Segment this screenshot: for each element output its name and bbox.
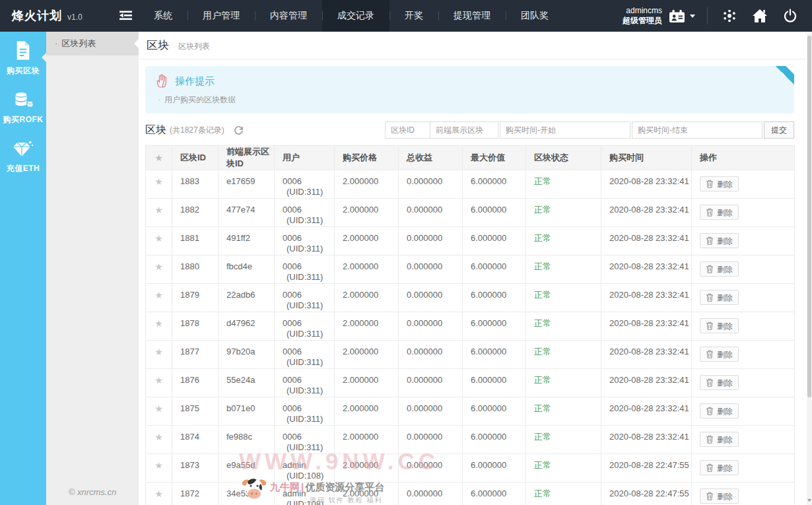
- sidebar-item-label: 购买ROFK: [3, 115, 44, 124]
- buy-time-end-input[interactable]: [632, 121, 762, 139]
- delete-button[interactable]: 删除: [700, 261, 739, 277]
- tip-box: 操作提示 ·用户购买的区块数据: [145, 66, 794, 114]
- sidebar-item-recharge-eth[interactable]: 充值ETH: [0, 131, 46, 180]
- cell-time: 2020-08-28 23:32:41: [601, 397, 692, 426]
- nav-item[interactable]: 系统: [139, 0, 187, 32]
- star-icon[interactable]: ★: [154, 488, 163, 499]
- cell-time: 2020-08-28 23:32:41: [601, 199, 692, 227]
- cell-user: 0006 (UID:311): [275, 426, 335, 454]
- delete-button[interactable]: 删除: [700, 205, 739, 220]
- cell-time: 2020-08-28 23:32:41: [601, 426, 692, 454]
- cell-max: 6.000000: [463, 341, 526, 369]
- star-icon[interactable]: ★: [154, 176, 163, 187]
- delete-button[interactable]: 删除: [700, 233, 739, 248]
- star-icon[interactable]: ★: [154, 432, 163, 442]
- delete-button[interactable]: 删除: [700, 290, 739, 305]
- nav-item[interactable]: 提现管理: [438, 0, 506, 32]
- star-icon[interactable]: ★: [154, 347, 163, 357]
- star-icon[interactable]: ★: [154, 318, 163, 329]
- table-row: ★ 1872 34e53a admin (UID:108) 2.000000 0…: [146, 483, 795, 505]
- cell-star: ★: [146, 483, 172, 505]
- delete-button[interactable]: 删除: [700, 375, 739, 390]
- cell-max: 6.000000: [463, 397, 526, 426]
- nav-item[interactable]: 团队奖: [506, 0, 564, 32]
- status-badge: 正常: [534, 347, 551, 356]
- display-block-input[interactable]: [430, 121, 498, 139]
- star-icon[interactable]: ★: [154, 290, 163, 300]
- nav-item[interactable]: 内容管理: [255, 0, 322, 32]
- nav-item[interactable]: 用户管理: [187, 0, 255, 32]
- cell-income: 0.000000: [399, 312, 463, 341]
- delete-button[interactable]: 删除: [700, 432, 739, 447]
- cell-max: 6.000000: [463, 483, 526, 505]
- cell-income: 0.000000: [399, 227, 463, 255]
- cell-actions: 删除: [692, 227, 795, 255]
- user-role: 超级管理员: [623, 16, 662, 26]
- uid-value: (UID:311): [287, 215, 334, 226]
- star-icon: ★: [154, 152, 163, 163]
- star-icon[interactable]: ★: [154, 233, 163, 244]
- nav-item[interactable]: 成交记录: [322, 0, 389, 32]
- cell-block-id: 1875: [172, 397, 219, 426]
- home-button[interactable]: [745, 0, 775, 32]
- user-value: 0006: [283, 432, 334, 442]
- star-icon[interactable]: ★: [154, 205, 163, 215]
- star-icon[interactable]: ★: [154, 460, 163, 471]
- delete-label: 删除: [717, 294, 733, 302]
- nav-item-label: 团队奖: [521, 10, 549, 22]
- logout-button[interactable]: [775, 0, 805, 32]
- star-icon[interactable]: ★: [154, 403, 163, 414]
- delete-button[interactable]: 删除: [700, 403, 739, 419]
- sidebar-item-buy-rofk[interactable]: 购买ROFK: [0, 83, 46, 131]
- star-icon[interactable]: ★: [154, 261, 163, 272]
- user-value: admin: [283, 488, 334, 499]
- cell-actions: 删除: [692, 255, 795, 284]
- submenu-item-block-list[interactable]: ·区块列表: [46, 32, 139, 55]
- cell-user: admin (UID:108): [275, 483, 335, 505]
- cell-price: 2.000000: [335, 227, 399, 255]
- trash-icon: [706, 435, 714, 444]
- cell-status: 正常: [526, 284, 601, 312]
- column-header: 总收益: [399, 146, 463, 170]
- table-body: ★ 1883 e17659 0006 (UID:311) 2.000000 0.…: [146, 170, 795, 505]
- star-icon[interactable]: ★: [154, 375, 163, 386]
- table-row: ★ 1878 d47962 0006 (UID:311) 2.000000 0.…: [146, 312, 795, 341]
- trash-icon: [706, 378, 714, 387]
- version-label: v1.0: [67, 13, 83, 22]
- cell-user: 0006 (UID:311): [275, 397, 335, 426]
- cell-income: 0.000000: [399, 199, 463, 227]
- tip-collapse-button[interactable]: [772, 66, 794, 88]
- nav-item[interactable]: 开奖: [389, 0, 438, 32]
- tip-header: 操作提示: [156, 74, 784, 88]
- table-title: 区块: [145, 123, 166, 137]
- cell-display-id: fbcd4e: [219, 255, 275, 284]
- id-card-icon: [669, 9, 685, 23]
- delete-button[interactable]: 删除: [700, 318, 739, 333]
- cell-star: ★: [146, 312, 172, 341]
- block-id-input[interactable]: [385, 121, 430, 139]
- delete-button[interactable]: 删除: [700, 460, 739, 475]
- sidebar-toggle-button[interactable]: [119, 11, 132, 20]
- cell-time: 2020-08-28 23:32:41: [601, 369, 692, 397]
- cell-income: 0.000000: [399, 341, 463, 369]
- apps-button[interactable]: [714, 0, 745, 32]
- buy-time-start-input[interactable]: [500, 121, 630, 139]
- delete-button[interactable]: 删除: [700, 176, 739, 191]
- refresh-button[interactable]: [234, 125, 244, 135]
- submit-button[interactable]: 提交: [764, 121, 794, 139]
- scrollbar-thumb[interactable]: [807, 36, 811, 397]
- cell-display-id: 34e53a: [219, 483, 275, 505]
- user-value: 0006: [283, 205, 334, 215]
- cell-max: 6.000000: [463, 426, 526, 454]
- main-content: 区块 区块列表 操作提示 ·用户购买的区块数据 区块 (共1827条记录): [139, 32, 807, 505]
- delete-button[interactable]: 删除: [700, 347, 739, 362]
- scrollbar-track[interactable]: [807, 32, 812, 505]
- sidebar-item-buy-block[interactable]: 购买区块: [0, 32, 46, 83]
- delete-button[interactable]: 删除: [700, 488, 739, 504]
- profile-dropdown-button[interactable]: [669, 9, 695, 23]
- star-header-cell: ★: [146, 146, 172, 170]
- delete-label: 删除: [717, 436, 733, 444]
- status-badge: 正常: [534, 318, 551, 328]
- cell-star: ★: [146, 255, 172, 284]
- cell-actions: 删除: [692, 426, 795, 454]
